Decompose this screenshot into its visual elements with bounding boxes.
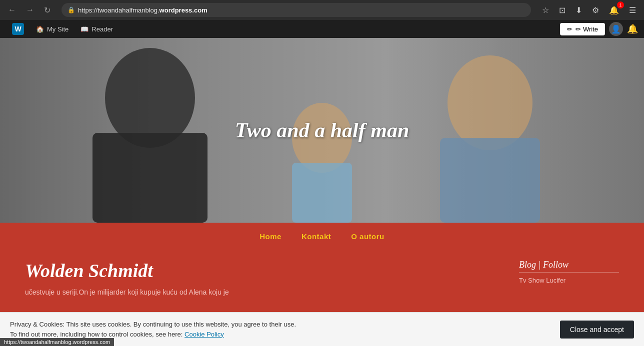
pocket-button[interactable]: ⊡ [556, 3, 568, 17]
wp-logo[interactable]: W [6, 23, 30, 35]
write-button[interactable]: ✏ ✏ Write [560, 23, 605, 35]
reader-icon: 📖 [80, 25, 88, 33]
forward-button[interactable]: → [23, 3, 37, 16]
site-navigation: Home Kontakt O autoru [0, 223, 644, 250]
user-avatar[interactable]: 👤 [609, 22, 623, 36]
status-bar: https://twoandahalfmanblog.wordpress.com [0, 338, 114, 346]
reload-button[interactable]: ↻ [41, 3, 54, 17]
wp-logo-icon: W [12, 23, 24, 35]
sidebar-follow-title: Blog | Follow [519, 260, 619, 273]
my-site-link[interactable]: 🏠 My Site [30, 25, 74, 33]
browser-actions: ☆ ⊡ ⬇ ⚙ 🔔 1 ☰ [539, 3, 639, 17]
hero-section: Two and a half man [0, 38, 644, 223]
content-area: Wolden Schmidt učestvuje u seriji.On je … [0, 250, 644, 308]
notifications-badge[interactable]: 🔔 1 [606, 3, 622, 17]
main-content: Wolden Schmidt učestvuje u seriji.On je … [25, 260, 504, 298]
security-icon: 🔒 [68, 6, 75, 13]
extensions-button[interactable]: ⚙ [589, 3, 602, 17]
close-accept-button[interactable]: Close and accept [560, 321, 634, 339]
sidebar-tv-show: Tv Show Lucifer [519, 277, 619, 284]
nav-home[interactable]: Home [260, 232, 282, 241]
bookmark-button[interactable]: ☆ [539, 3, 552, 17]
notification-bell-icon[interactable]: 🔔 [627, 23, 638, 34]
svg-rect-6 [440, 138, 540, 223]
svg-rect-4 [292, 163, 352, 223]
address-bar[interactable]: 🔒 https://twoandahalfmanblog.wordpress.c… [62, 3, 531, 17]
cookie-line1: Privacy & Cookies: This site uses cookie… [10, 320, 550, 330]
back-button[interactable]: ← [5, 3, 19, 16]
cookie-policy-link[interactable]: Cookie Policy [184, 331, 224, 338]
pencil-icon: ✏ [567, 25, 572, 33]
admin-bar-right: ✏ ✏ Write 👤 🔔 [560, 22, 638, 36]
site-title: Two and a half man [235, 118, 410, 142]
nav-kontakt[interactable]: Kontakt [302, 232, 331, 241]
download-button[interactable]: ⬇ [572, 3, 585, 17]
post-excerpt: učestvuje u seriji.On je milijarder koji… [25, 287, 504, 298]
svg-point-5 [448, 55, 532, 150]
menu-button[interactable]: ☰ [626, 3, 639, 17]
cookie-text: Privacy & Cookies: This site uses cookie… [10, 320, 550, 339]
wp-admin-bar: W 🏠 My Site 📖 Reader ✏ ✏ Write 👤 🔔 [0, 20, 644, 38]
nav-o-autoru[interactable]: O autoru [351, 232, 384, 241]
svg-rect-2 [92, 133, 208, 223]
post-title: Wolden Schmidt [25, 260, 504, 282]
sidebar: Blog | Follow Tv Show Lucifer [519, 260, 619, 298]
notification-count: 1 [617, 1, 624, 8]
my-site-icon: 🏠 [36, 25, 44, 33]
browser-chrome: ← → ↻ 🔒 https://twoandahalfmanblog.wordp… [0, 0, 644, 20]
url-display: https://twoandahalfmanblog.wordpress.com [78, 6, 208, 14]
reader-link[interactable]: 📖 Reader [74, 25, 119, 33]
